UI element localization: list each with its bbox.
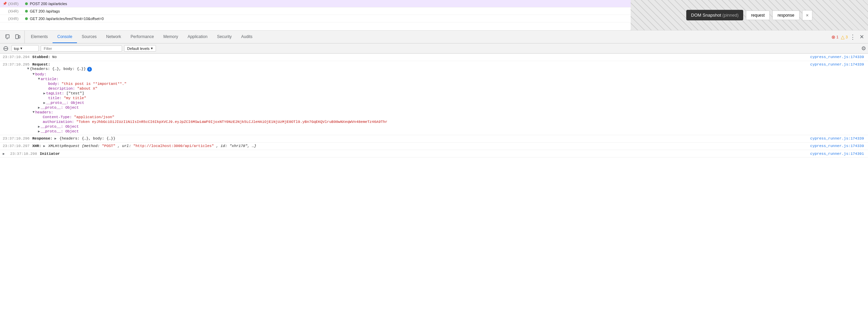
console-entry-xhr: 23:37:10.297 XHR: XMLHttpRequest {method… [0,143,868,150]
tree-row-headers: headers: [33,110,868,115]
entry-label: Response: [32,136,54,141]
console-entry-initiator: ▶ 23:37:10.298 Initiator cypress_runner.… [0,150,868,158]
response-button[interactable]: response [772,11,799,20]
log-levels-button[interactable]: Default levels ▾ [124,45,156,52]
svg-rect-3 [16,35,18,39]
tree-row-article-body: body: "this post is **important**." [43,81,868,86]
error-badge: ⊗ 1 △ 3 [831,34,848,40]
tree-headers-props: Content-Type: "application/json" authori… [33,115,868,129]
tab-audits[interactable]: Audits [236,31,257,43]
toolbar-left-icons [1,31,25,43]
clear-console-button[interactable] [2,45,9,52]
toolbar-right: ⊗ 1 △ 3 ⋮ ✕ [831,33,867,41]
tree-toggle-root[interactable] [27,67,29,71]
entry-source[interactable]: cypress_runner.js:174391 [810,151,868,156]
info-icon[interactable]: i [87,67,92,72]
tree-row-proto3: __proto__: Object [38,124,868,129]
entry-timestamp: 23:37:10.295 [0,62,32,67]
tree-headers-section: headers: Content-Type: "application/json… [27,110,868,134]
tree-row-auth: authorization: "Token eyJhbGciOiJIUzI1Ni… [38,120,868,124]
network-panel: DOM Snapshot (pinned) request response ×… [0,0,868,31]
devtools-nav-tabs: Elements Console Sources Network Perform… [26,31,257,43]
dom-snapshot-label: DOM Snapshot [691,13,721,18]
tab-network[interactable]: Network [101,31,126,43]
tree-article-props: body: "this post is **important**." desc… [38,81,868,105]
console-toolbar: top ▾ Default levels ▾ ⚙ [0,43,868,54]
snapshot-close-button[interactable]: × [802,10,812,20]
tab-elements[interactable]: Elements [26,31,53,43]
context-selector[interactable]: top ▾ [12,45,39,52]
tree-toggle-taglist[interactable] [43,91,45,95]
xhr-tree-toggle[interactable] [43,144,45,148]
entry-timestamp: 23:37:10.297 [0,144,32,148]
entry-source[interactable]: cypress_runner.js:174339 [810,144,868,148]
url-text: POST 200 /api/articles [30,2,67,6]
status-dot [25,10,28,13]
levels-dropdown-icon: ▾ [151,46,153,51]
tree-row-body: body: [33,72,868,77]
tree-toggle-headers[interactable] [33,110,35,114]
tree-toggle-proto1[interactable] [43,101,45,105]
tree-toggle-article[interactable] [38,77,40,81]
method-label: (XHR) [8,9,25,13]
request-button[interactable]: request [746,11,770,20]
url-text: GET 200 /api/tags [30,9,60,13]
tab-security[interactable]: Security [212,31,236,43]
svg-rect-0 [6,35,9,38]
url-text: GET 200 /api/articles/feed?limit=10&offs… [30,17,104,21]
response-tree-toggle[interactable] [55,137,57,141]
tree-toggle-proto3[interactable] [38,125,40,129]
dom-snapshot-area: DOM Snapshot (pinned) request response × [631,0,868,30]
tree-row-article: article: [38,77,868,81]
context-dropdown-icon: ▾ [20,46,22,51]
tree-article-section: article: body: "this post is **important… [33,77,868,105]
pin-icon: 📌 [3,2,7,5]
console-entry-request: 23:37:10.295 Request: cypress_runner.js:… [0,61,868,135]
filter-input[interactable] [41,45,122,52]
warn-count: 3 [846,35,848,39]
console-output: 23:37:10.294 Stubbed: No cypress_runner.… [0,54,868,158]
initiator-toggle[interactable]: ▶ [0,152,7,156]
error-circle-icon: ⊗ [831,34,835,40]
close-devtools-button[interactable]: ✕ [860,34,864,40]
tree-body-section: body: article: body: "this post is **imp… [27,72,868,110]
tree-toggle-body[interactable] [33,72,35,76]
tree-row-content-type: Content-Type: "application/json" [38,115,868,120]
tree-row-proto4: __proto__: Object [38,129,868,134]
context-value: top [14,47,19,51]
levels-label: Default levels [127,47,150,51]
entry-timestamp: 23:37:10.294 [0,55,32,59]
entry-value: XMLHttpRequest {method: "POST" , url: "h… [43,144,257,148]
tree-row-proto1: __proto__: Object [43,100,868,105]
entry-source[interactable]: cypress_runner.js:174339 [810,136,868,141]
tab-memory[interactable]: Memory [159,31,183,43]
entry-timestamp: 23:37:10.296 [0,136,32,141]
tree-row-root: {headers: {…}, body: {…}} i [27,67,868,72]
entry-value: {headers: {…}, body: {…}} [55,136,116,141]
tab-application[interactable]: Application [183,31,212,43]
tree-headers-outer-proto: __proto__: Object [33,129,868,134]
error-count: 1 [836,35,839,39]
console-settings-button[interactable]: ⚙ [861,45,866,52]
tab-performance[interactable]: Performance [126,31,159,43]
tab-console[interactable]: Console [53,31,77,43]
tree-row-proto2: __proto__: Object [38,105,868,110]
tab-sources[interactable]: Sources [77,31,101,43]
entry-value: No [52,55,57,59]
entry-timestamp: 23:37:10.298 [7,151,40,156]
dom-snapshot-pinned: (pinned) [723,13,739,18]
inspect-element-button[interactable] [4,33,12,41]
svg-rect-4 [19,36,20,38]
method-label: (XHR) [8,17,25,21]
devtools-toolbar: Elements Console Sources Network Perform… [0,31,868,43]
entry-source[interactable]: cypress_runner.js:174339 [810,55,868,59]
device-toolbar-button[interactable] [14,33,22,41]
console-entry-response: 23:37:10.296 Response: {headers: {…}, bo… [0,135,868,143]
entry-source[interactable]: cypress_runner.js:174339 [810,62,868,67]
entry-label: Request: [32,62,52,67]
tree-toggle-proto2[interactable] [38,106,40,110]
more-options-button[interactable]: ⋮ [850,33,856,41]
tree-toggle-proto4[interactable] [38,129,40,133]
entry-label: Stubbed: [32,55,52,59]
tree-row-article-desc: description: "about X" [43,86,868,91]
